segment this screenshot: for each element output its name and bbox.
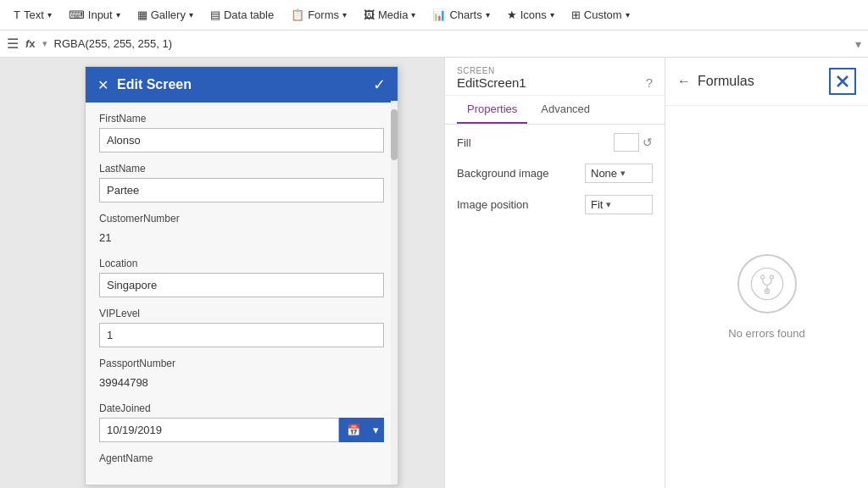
panel-body: FirstName LastName CustomerNumber 21 Loc…: [86, 103, 398, 485]
svg-point-5: [765, 290, 768, 292]
formulas-back-button[interactable]: ←: [677, 74, 691, 89]
toolbar-gallery[interactable]: ▦ Gallery ▾: [131, 0, 200, 30]
fill-label: Fill: [457, 136, 471, 149]
lastname-field: LastName: [99, 163, 384, 202]
fill-swatch[interactable]: [614, 133, 639, 152]
chevron-icon: ▾: [47, 10, 52, 19]
tab-properties[interactable]: Properties: [457, 96, 527, 124]
chevron-icon: ▾: [550, 10, 554, 19]
datejoined-label: DateJoined: [99, 402, 384, 414]
screen-name: EditScreen1: [457, 75, 526, 90]
chevron-down-icon: ▾: [620, 168, 626, 179]
toolbar-forms[interactable]: 📋 Forms ▾: [284, 0, 353, 30]
custom-icon: ⊞: [571, 8, 581, 21]
formula-bar: ☰ fx ▾ ▾: [0, 30, 868, 58]
text-icon: T: [14, 8, 20, 21]
fill-prop-row: Fill ↺: [457, 133, 653, 152]
chevron-icon: ▾: [486, 10, 490, 19]
svg-point-2: [770, 275, 773, 279]
viplevel-field: VIPLevel: [99, 308, 384, 347]
screen-properties: Fill ↺ Background image None ▾ Image pos…: [445, 125, 665, 488]
chevron-down-icon: ▾: [606, 199, 611, 210]
screen-label: SCREEN: [457, 66, 653, 75]
formulas-panel: ← Formulas No er: [665, 58, 868, 488]
firstname-input[interactable]: [99, 128, 384, 152]
expand-icon[interactable]: ▾: [855, 37, 861, 51]
agentname-field: AgentName: [99, 452, 384, 464]
fill-refresh-icon[interactable]: ↺: [643, 136, 653, 149]
background-image-select[interactable]: None ▾: [585, 164, 653, 183]
forms-icon: 📋: [291, 8, 304, 21]
formula-input[interactable]: [54, 37, 849, 50]
screen-properties-panel: SCREEN EditScreen1 ? Properties Advanced…: [444, 58, 665, 488]
svg-point-0: [751, 268, 782, 299]
toolbar-charts[interactable]: 📊 Charts ▾: [426, 0, 496, 30]
formulas-close-button[interactable]: [829, 68, 856, 95]
customernumber-label: CustomerNumber: [99, 213, 384, 225]
datatable-icon: ▤: [210, 8, 220, 21]
passportnumber-field: PassportNumber 39944798: [99, 358, 384, 392]
image-position-value: Fit: [591, 198, 603, 211]
stethoscope-svg: [750, 267, 784, 301]
fx-label: fx: [25, 37, 36, 50]
panel-title: Edit Screen: [117, 77, 192, 92]
datejoined-field: DateJoined 📅 ▾: [99, 402, 384, 442]
x-icon: [836, 75, 849, 88]
passportnumber-value: 39944798: [99, 373, 384, 392]
customernumber-field: CustomerNumber 21: [99, 213, 384, 247]
viplevel-input[interactable]: [99, 323, 384, 347]
firstname-field: FirstName: [99, 113, 384, 152]
datejoined-input[interactable]: [99, 418, 339, 442]
firstname-label: FirstName: [99, 113, 384, 125]
customernumber-value: 21: [99, 228, 384, 247]
chevron-icon: ▾: [116, 10, 120, 19]
lastname-input[interactable]: [99, 178, 384, 202]
toolbar-text[interactable]: T Text ▾: [7, 0, 58, 30]
location-field: Location: [99, 258, 384, 297]
panel-confirm-button[interactable]: ✓: [373, 75, 386, 94]
main-area: ✕ Edit Screen ✓ FirstName LastName: [0, 58, 868, 488]
media-icon: 🖼: [364, 8, 375, 21]
scroll-thumb: [391, 109, 398, 160]
agentname-label: AgentName: [99, 452, 384, 464]
toolbar-input[interactable]: ⌨ Input ▾: [62, 0, 127, 30]
image-position-label: Image position: [457, 198, 529, 211]
image-position-prop-row: Image position Fit ▾: [457, 195, 653, 214]
no-errors-text: No errors found: [728, 327, 804, 340]
background-image-label: Background image: [457, 167, 548, 180]
toolbar-datatable[interactable]: ▤ Data table: [203, 0, 281, 30]
toolbar-media[interactable]: 🖼 Media ▾: [357, 0, 422, 30]
lastname-label: LastName: [99, 163, 384, 175]
formula-arrow: ▾: [42, 38, 47, 49]
panel-scrollbar[interactable]: [391, 101, 398, 485]
charts-icon: 📊: [432, 8, 446, 21]
canvas-area: ✕ Edit Screen ✓ FirstName LastName: [0, 58, 444, 488]
chevron-icon: ▾: [189, 10, 193, 19]
panel-close-button[interactable]: ✕: [97, 77, 108, 93]
info-icon[interactable]: ?: [646, 75, 653, 90]
background-image-prop-row: Background image None ▾: [457, 164, 653, 183]
calendar-button[interactable]: 📅: [339, 418, 368, 442]
toolbar: T Text ▾ ⌨ Input ▾ ▦ Gallery ▾ ▤ Data ta…: [0, 0, 868, 30]
edit-screen-panel: ✕ Edit Screen ✓ FirstName LastName: [85, 66, 398, 485]
chevron-icon: ▾: [342, 10, 347, 19]
input-icon: ⌨: [69, 8, 85, 21]
svg-point-1: [760, 275, 764, 279]
toolbar-custom[interactable]: ⊞ Custom ▾: [565, 0, 637, 30]
passportnumber-label: PassportNumber: [99, 358, 384, 369]
location-input[interactable]: [99, 273, 384, 297]
image-position-select[interactable]: Fit ▾: [585, 195, 653, 214]
viplevel-label: VIPLevel: [99, 308, 384, 319]
stethoscope-icon: [737, 254, 797, 313]
toolbar-icons[interactable]: ★ Icons ▾: [500, 0, 561, 30]
panel-header: ✕ Edit Screen ✓: [86, 67, 398, 103]
screen-tabs: Properties Advanced: [445, 96, 665, 125]
tab-advanced[interactable]: Advanced: [531, 96, 600, 124]
formulas-title: Formulas: [698, 74, 754, 89]
screen-panel-header: SCREEN EditScreen1 ?: [445, 58, 665, 96]
location-label: Location: [99, 258, 384, 269]
date-expand-button[interactable]: ▾: [368, 418, 384, 442]
formulas-body: No errors found: [665, 106, 868, 488]
chevron-icon: ▾: [411, 10, 415, 19]
hamburger-icon[interactable]: ☰: [7, 36, 19, 52]
